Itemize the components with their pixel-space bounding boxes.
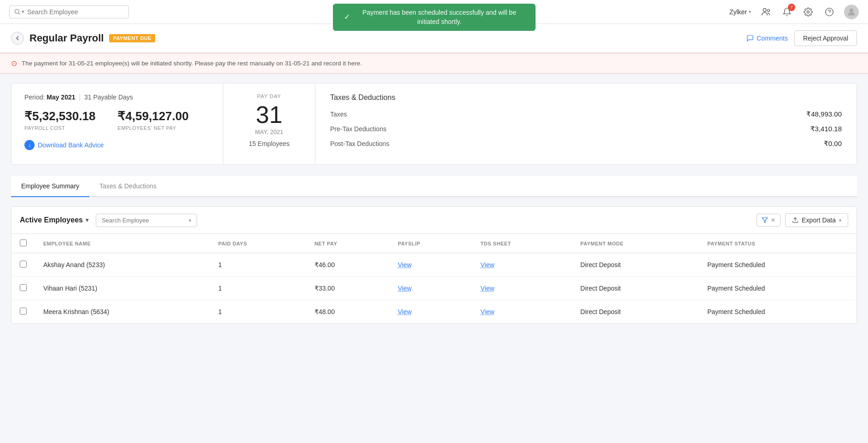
user-name: Zylker <box>729 8 747 16</box>
download-icon: ↓ <box>24 140 35 150</box>
notification-badge: 7 <box>788 4 795 11</box>
paid-days: 1 <box>210 253 306 277</box>
payroll-cost-label: PAYROLL COST <box>24 125 95 131</box>
svg-point-7 <box>850 8 853 12</box>
taxes-value: ₹48,993.00 <box>806 110 842 118</box>
active-employees-dropdown[interactable]: Active Employees ▾ <box>20 216 88 224</box>
col-header-net-pay: NET PAY <box>306 234 390 253</box>
net-pay-label: EMPLOYEES' NET PAY <box>117 125 188 131</box>
header-checkbox-cell <box>12 234 35 253</box>
avatar[interactable] <box>844 5 859 19</box>
payment-mode: Direct Deposit <box>572 300 699 324</box>
main-content: Period: May 2021 | 31 Payable Days ₹5,32… <box>0 74 868 333</box>
payslip-link[interactable]: View <box>390 277 472 300</box>
payroll-cost-value: ₹5,32,530.18 <box>24 109 95 123</box>
payday-day: 31 <box>233 103 306 127</box>
select-all-checkbox[interactable] <box>20 239 27 246</box>
employee-name: Akshay Anand (5233) <box>35 253 210 277</box>
tds-sheet-link[interactable]: View <box>472 277 572 300</box>
payment-status: Payment Scheduled <box>699 253 856 277</box>
table-toolbar-right: ✕ Export Data ▾ <box>757 213 848 227</box>
settings-icon[interactable] <box>802 6 815 18</box>
user-menu[interactable]: Zylker ▾ <box>729 8 751 16</box>
period-label: Period: May 2021 | 31 Payable Days <box>24 93 210 101</box>
col-header-payment-status: PAYMENT STATUS <box>699 234 856 253</box>
top-search-box[interactable]: ▾ <box>9 6 129 18</box>
net-pay: ₹33.00 <box>306 277 390 300</box>
svg-line-1 <box>18 13 20 14</box>
export-chevron-icon: ▾ <box>839 218 841 223</box>
nav-right: Zylker ▾ 7 <box>729 5 859 19</box>
taxes-deductions-card: Taxes & Deductions Taxes ₹48,993.00 Pre-… <box>315 83 856 164</box>
employee-data-table: EMPLOYEE NAME PAID DAYS NET PAY PAYSLIP … <box>12 234 856 323</box>
toast-message: Payment has been scheduled successfully … <box>355 8 524 26</box>
table-row: Vihaan Hari (5231) 1 ₹33.00 View View Di… <box>12 277 856 300</box>
page-header-right: Comments Reject Approval <box>746 30 857 46</box>
payslip-link[interactable]: View <box>390 253 472 277</box>
posttax-name: Post-Tax Deductions <box>330 140 389 147</box>
row-checkbox[interactable] <box>20 308 27 315</box>
filter-close-icon[interactable]: ✕ <box>771 217 775 223</box>
warning-text: The payment for 31-05-21 employee(s) wil… <box>22 60 362 67</box>
row-checkbox-cell <box>12 300 35 324</box>
search-input[interactable] <box>27 8 124 16</box>
svg-point-3 <box>767 9 769 12</box>
payslip-link[interactable]: View <box>390 300 472 324</box>
back-button[interactable] <box>11 32 24 45</box>
row-checkbox-cell <box>12 277 35 300</box>
posttax-row: Post-Tax Deductions ₹0.00 <box>330 140 842 148</box>
pretax-name: Pre-Tax Deductions <box>330 125 386 133</box>
table-search-box[interactable]: ▾ <box>96 214 197 227</box>
help-icon[interactable] <box>823 6 836 18</box>
taxes-row: Taxes ₹48,993.00 <box>330 110 842 118</box>
download-bank-advice-link[interactable]: ↓ Download Bank Advice <box>24 140 210 150</box>
payment-status: Payment Scheduled <box>699 277 856 300</box>
col-header-tds-sheet: TDS SHEET <box>472 234 572 253</box>
col-header-payment-mode: PAYMENT MODE <box>572 234 699 253</box>
pretax-value: ₹3,410.18 <box>810 125 842 133</box>
success-toast: ✓ Payment has been scheduled successfull… <box>333 4 536 31</box>
col-header-name: EMPLOYEE NAME <box>35 234 210 253</box>
table-row: Akshay Anand (5233) 1 ₹46.00 View View D… <box>12 253 856 277</box>
tab-taxes-deductions[interactable]: Taxes & Deductions <box>89 176 167 197</box>
table-search-input[interactable] <box>102 217 185 224</box>
employee-name: Vihaan Hari (5231) <box>35 277 210 300</box>
svg-point-5 <box>826 8 833 16</box>
tds-sheet-link[interactable]: View <box>472 300 572 324</box>
amounts-row: ₹5,32,530.18 PAYROLL COST ₹4,59,127.00 E… <box>24 109 210 131</box>
tds-sheet-link[interactable]: View <box>472 253 572 277</box>
search-icon: ▾ <box>14 9 24 15</box>
net-pay: ₹46.00 <box>306 253 390 277</box>
table-row: Meera Krishnan (5634) 1 ₹48.00 View View… <box>12 300 856 324</box>
contacts-icon[interactable] <box>759 6 772 18</box>
export-data-button[interactable]: Export Data ▾ <box>785 213 848 227</box>
employee-name: Meera Krishnan (5634) <box>35 300 210 324</box>
payday-card: PAY DAY 31 MAY, 2021 15 Employees <box>223 83 315 164</box>
filter-button[interactable]: ✕ <box>757 214 781 227</box>
taxes-title: Taxes & Deductions <box>330 93 842 102</box>
tabs-bar: Employee Summary Taxes & Deductions <box>11 176 857 197</box>
payment-mode: Direct Deposit <box>572 277 699 300</box>
paid-days: 1 <box>210 300 306 324</box>
notifications-icon[interactable]: 7 <box>781 6 793 18</box>
reject-approval-button[interactable]: Reject Approval <box>794 30 857 46</box>
warning-icon: ⊙ <box>11 59 17 68</box>
export-label: Export Data <box>802 216 836 224</box>
payable-days: 31 Payable Days <box>84 93 133 101</box>
comments-label: Comments <box>757 35 788 42</box>
comments-button[interactable]: Comments <box>746 35 788 42</box>
payday-month: MAY, 2021 <box>233 128 306 135</box>
svg-point-2 <box>763 8 766 12</box>
row-checkbox[interactable] <box>20 261 27 268</box>
net-pay: ₹48.00 <box>306 300 390 324</box>
svg-point-4 <box>807 11 810 13</box>
summary-row: Period: May 2021 | 31 Payable Days ₹5,32… <box>11 83 857 165</box>
row-checkbox[interactable] <box>20 284 27 291</box>
payment-due-badge: PAYMENT DUE <box>109 34 155 42</box>
col-header-payslip: PAYSLIP <box>390 234 472 253</box>
tab-employee-summary[interactable]: Employee Summary <box>11 176 89 197</box>
top-nav: ▾ ✓ Payment has been scheduled successfu… <box>0 0 868 24</box>
taxes-name: Taxes <box>330 111 347 118</box>
col-header-paid-days: PAID DAYS <box>210 234 306 253</box>
warning-banner: ⊙ The payment for 31-05-21 employee(s) w… <box>0 53 868 74</box>
